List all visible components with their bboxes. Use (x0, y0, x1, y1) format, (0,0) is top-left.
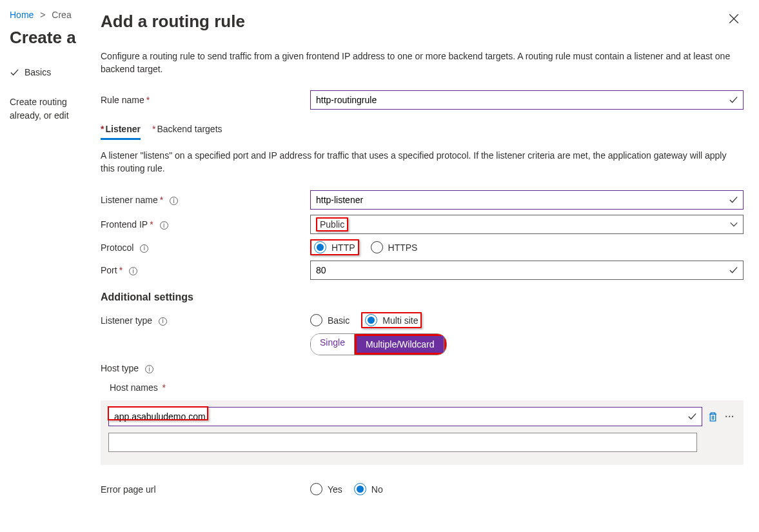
routing-rule-panel: Add a routing rule Configure a routing r… (83, 0, 759, 513)
info-icon[interactable]: i (129, 267, 137, 275)
frontend-ip-select[interactable]: Public (310, 215, 744, 234)
left-desc: Create routing already, or edit (10, 95, 76, 123)
breadcrumb-home[interactable]: Home (10, 10, 34, 20)
check-icon (729, 95, 738, 104)
host-type-toggle: Single Multiple/Wildcard (310, 333, 447, 355)
close-icon (728, 13, 740, 25)
more-icon[interactable]: ··· (724, 411, 736, 422)
breadcrumb: Home > Crea (10, 10, 76, 20)
listener-name-label: Listener name* i (101, 195, 310, 205)
error-page-yes-radio[interactable]: Yes (310, 483, 342, 495)
listener-name-input[interactable] (310, 190, 744, 210)
check-icon (729, 195, 738, 205)
tab-backend-targets[interactable]: *Backend targets (152, 124, 222, 140)
info-icon[interactable]: i (145, 365, 153, 373)
frontend-ip-label: Frontend IP* i (101, 219, 310, 230)
chevron-down-icon (729, 220, 738, 229)
check-icon (729, 266, 738, 275)
host-type-single[interactable]: Single (311, 334, 355, 355)
highlight-http: HTTP (310, 239, 359, 255)
breadcrumb-sep: > (40, 10, 45, 20)
panel-description: Configure a routing rule to send traffic… (101, 50, 733, 76)
protocol-label: Protocol i (101, 242, 310, 253)
port-input[interactable] (310, 261, 744, 280)
wizard-step-basics[interactable]: Basics (10, 67, 76, 77)
host-name-input-0[interactable] (108, 407, 702, 426)
listener-description: A listener "listens" on a specified port… (101, 149, 739, 175)
tab-listener[interactable]: *Listener (101, 124, 141, 140)
page-title: Create a (10, 28, 76, 48)
error-page-url-label: Error page url (101, 484, 310, 495)
check-icon (687, 412, 697, 422)
host-name-input-1[interactable] (108, 433, 697, 452)
panel-title: Add a routing rule (101, 12, 744, 32)
trash-icon[interactable] (707, 411, 718, 422)
highlight-multisite: Multi site (361, 312, 422, 328)
error-page-no-radio[interactable]: No (354, 483, 383, 495)
port-label: Port* i (101, 265, 310, 275)
info-icon[interactable]: i (159, 317, 167, 326)
info-icon[interactable]: i (160, 221, 168, 230)
highlight-public: Public (316, 217, 348, 232)
background-page: Home > Crea Create a Basics Create routi… (0, 0, 76, 513)
host-type-multiple[interactable]: Multiple/Wildcard (357, 336, 444, 353)
info-icon[interactable]: i (140, 244, 148, 253)
listener-type-multisite-radio[interactable]: Multi site (365, 314, 418, 326)
host-names-label: Host names * (101, 382, 744, 393)
protocol-http-radio[interactable]: HTTP (314, 241, 355, 253)
rule-name-input[interactable] (310, 90, 744, 110)
tabs: *Listener *Backend targets (101, 124, 744, 140)
rule-name-label: Rule name* (101, 95, 310, 105)
highlight-multiple-wildcard: Multiple/Wildcard (355, 334, 446, 355)
host-type-label: Host type i (101, 363, 310, 373)
protocol-https-radio[interactable]: HTTPS (371, 241, 418, 253)
breadcrumb-current: Crea (52, 10, 71, 20)
listener-type-label: Listener type i (101, 315, 310, 326)
info-icon[interactable]: i (170, 197, 178, 205)
additional-settings-heading: Additional settings (101, 291, 744, 303)
host-names-block: app.asabuludemo.com ··· (101, 400, 744, 465)
listener-type-basic-radio[interactable]: Basic (310, 314, 350, 326)
close-button[interactable] (728, 13, 740, 25)
check-icon (10, 68, 19, 77)
